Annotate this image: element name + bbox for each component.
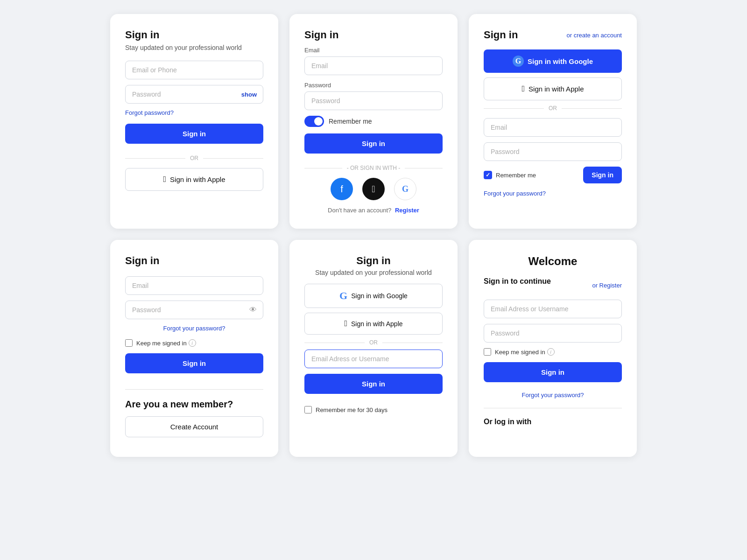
card5-title: Sign in bbox=[304, 255, 443, 267]
facebook-icon-button[interactable]: f bbox=[331, 178, 353, 200]
card2-title: Sign in bbox=[304, 29, 443, 41]
card2-or-divider: - OR SIGN IN WITH - bbox=[304, 165, 443, 171]
card5-email-input[interactable] bbox=[304, 350, 443, 368]
card-signin-5: Sign in Stay updated on your professiona… bbox=[289, 240, 458, 457]
info-icon[interactable]: i bbox=[189, 339, 196, 347]
card3-remember-label: Remember me bbox=[496, 172, 536, 179]
google-icon: G bbox=[402, 184, 409, 194]
card3-title: Sign in bbox=[484, 29, 518, 41]
card6-signin-button[interactable]: Sign in bbox=[484, 362, 622, 382]
card2-register-prompt: Don't have an account? Register bbox=[304, 207, 443, 214]
card-signin-3: Sign in or create an account G Sign in w… bbox=[469, 14, 637, 229]
card4-new-member-title: Are you a new member? bbox=[125, 399, 263, 410]
card6-sign-in-to: Sign in to continue bbox=[484, 277, 551, 286]
google-icon: G bbox=[513, 56, 524, 67]
card5-google-button[interactable]: G Sign in with Google bbox=[304, 284, 443, 308]
card3-remember-checkbox[interactable] bbox=[484, 171, 492, 179]
card1-apple-button[interactable]:  Sign in with Apple bbox=[125, 168, 263, 191]
card6-password-input[interactable] bbox=[484, 324, 622, 343]
card6-keep-signed-row: Keep me signed in i bbox=[484, 348, 622, 356]
apple-icon:  bbox=[344, 319, 347, 329]
card3-signin-button[interactable]: Sign in bbox=[583, 167, 622, 183]
card5-remember-label: Remember me for 30 days bbox=[316, 406, 388, 413]
card6-forgot-link[interactable]: Forgot your password? bbox=[484, 392, 622, 399]
card4-password-input[interactable] bbox=[125, 301, 263, 319]
card6-keep-signed-checkbox[interactable] bbox=[484, 348, 491, 356]
card6-email-input[interactable] bbox=[484, 300, 622, 318]
card2-remember-label: Remember me bbox=[329, 118, 372, 125]
apple-icon:  bbox=[372, 184, 375, 195]
apple-icon-button[interactable]:  bbox=[362, 178, 385, 200]
card6-register-link[interactable]: or Register bbox=[592, 282, 622, 289]
card3-password-input[interactable] bbox=[484, 142, 622, 161]
card1-email-input[interactable] bbox=[125, 61, 263, 79]
card2-password-input[interactable] bbox=[304, 91, 443, 110]
card4-create-account-button[interactable]: Create Account bbox=[125, 416, 263, 437]
card4-divider bbox=[125, 389, 263, 390]
card4-email-input[interactable] bbox=[125, 276, 263, 295]
card1-show-button[interactable]: show bbox=[241, 91, 257, 98]
card5-remember-row: Remember me for 30 days bbox=[304, 406, 443, 413]
card5-apple-button[interactable]:  Sign in with Apple bbox=[304, 313, 443, 335]
card2-password-label: Password bbox=[304, 82, 443, 89]
card6-welcome-title: Welcome bbox=[484, 255, 622, 268]
card3-remember-row: Remember me Sign in bbox=[484, 167, 622, 183]
google-icon: G bbox=[339, 290, 347, 302]
apple-icon:  bbox=[522, 84, 525, 94]
card1-signin-button[interactable]: Sign in bbox=[125, 124, 263, 144]
card4-keep-signed-row: Keep me signed in i bbox=[125, 339, 263, 347]
card2-social-icons: f  G bbox=[304, 178, 443, 200]
card2-email-label: Email bbox=[304, 47, 443, 54]
card1-forgot-link[interactable]: Forgot password? bbox=[125, 109, 263, 116]
card-signin-2: Sign in Email Password Remember me Sign … bbox=[289, 14, 458, 229]
card4-signin-button[interactable]: Sign in bbox=[125, 353, 263, 373]
card2-password-section: Password bbox=[304, 82, 443, 116]
card1-password-wrapper: show bbox=[125, 85, 263, 104]
card3-header: Sign in or create an account bbox=[484, 29, 622, 41]
card3-forgot-link[interactable]: Forgot your password? bbox=[484, 190, 622, 197]
card2-remember-wrapper: Remember me bbox=[304, 116, 443, 127]
card6-or-log-in: Or log in with bbox=[484, 418, 622, 426]
google-icon-button[interactable]: G bbox=[394, 178, 416, 200]
card-signin-1: Sign in Stay updated on your professiona… bbox=[110, 14, 278, 229]
info-icon[interactable]: i bbox=[547, 348, 555, 356]
card4-password-wrapper: 👁 bbox=[125, 301, 263, 319]
card5-or-divider: OR bbox=[304, 339, 443, 346]
card6-keep-signed-label: Keep me signed in i bbox=[495, 348, 555, 356]
card3-apple-button[interactable]:  Sign in with Apple bbox=[484, 77, 622, 100]
card4-keep-signed-label: Keep me signed in i bbox=[136, 339, 196, 347]
card-signin-4: Sign in 👁 Forgot your password? Keep me … bbox=[110, 240, 278, 457]
card5-subtitle: Stay updated on your professional world bbox=[304, 269, 443, 276]
card1-or-divider: OR bbox=[125, 155, 263, 161]
card6-divider bbox=[484, 408, 622, 408]
card5-remember-checkbox[interactable] bbox=[304, 406, 312, 413]
card3-remember-left: Remember me bbox=[484, 171, 536, 179]
card5-signin-button[interactable]: Sign in bbox=[304, 374, 443, 394]
card2-email-section: Email bbox=[304, 47, 443, 75]
eye-icon[interactable]: 👁 bbox=[249, 306, 257, 314]
card6-header-row: Sign in to continue or Register bbox=[484, 277, 622, 293]
card1-title: Sign in bbox=[125, 29, 263, 41]
card2-remember-toggle[interactable] bbox=[304, 116, 324, 127]
card3-email-input[interactable] bbox=[484, 118, 622, 137]
card1-subtitle: Stay updated on your professional world bbox=[125, 44, 263, 51]
card3-create-account-link[interactable]: or create an account bbox=[566, 32, 622, 39]
card3-or-divider: OR bbox=[484, 105, 622, 112]
card4-forgot-link[interactable]: Forgot your password? bbox=[125, 325, 263, 332]
card4-title: Sign in bbox=[125, 255, 263, 267]
card2-signin-button[interactable]: Sign in bbox=[304, 133, 443, 154]
facebook-icon: f bbox=[340, 184, 343, 195]
card-signin-6: Welcome Sign in to continue or Register … bbox=[469, 240, 637, 457]
card4-keep-signed-checkbox[interactable] bbox=[125, 339, 133, 347]
card2-email-input[interactable] bbox=[304, 56, 443, 75]
card3-google-button[interactable]: G Sign in with Google bbox=[484, 49, 622, 73]
card2-register-link[interactable]: Register bbox=[395, 207, 419, 214]
apple-icon:  bbox=[163, 175, 167, 184]
